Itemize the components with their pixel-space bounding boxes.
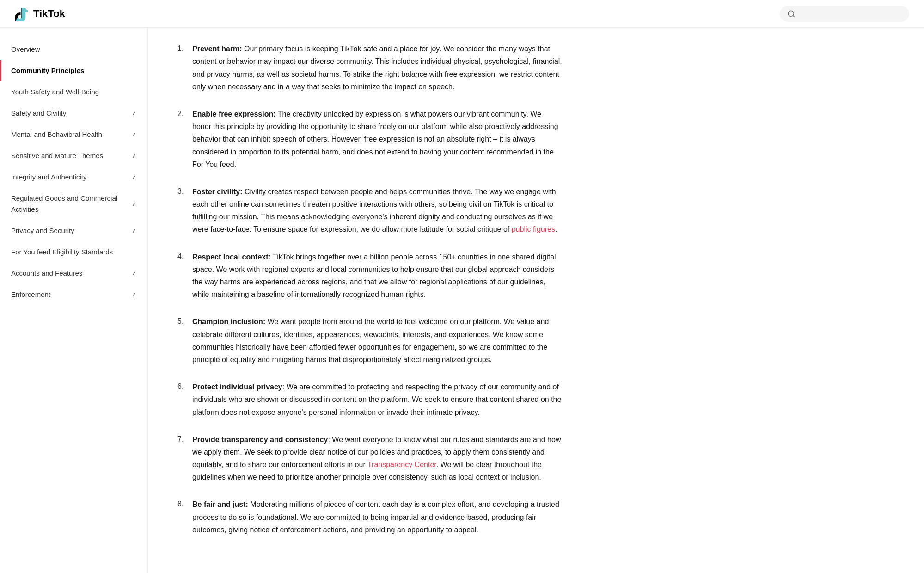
list-item: 4.Respect local context: TikTok brings t…	[177, 251, 562, 301]
sidebar-item-enforcement[interactable]: Enforcement∧	[0, 284, 147, 305]
item-body: Foster civility: Civility creates respec…	[192, 185, 562, 236]
list-item: 7.Provide transparency and consistency: …	[177, 433, 562, 484]
item-number: 3.	[177, 185, 187, 236]
list-item: 8.Be fair and just: Moderating millions …	[177, 498, 562, 536]
chevron-up-icon: ∧	[132, 227, 136, 235]
sidebar-item-mental-health[interactable]: Mental and Behavioral Health∧	[0, 124, 147, 145]
list-item: 6.Protect individual privacy: We are com…	[177, 381, 562, 419]
item-body: Protect individual privacy: We are commi…	[192, 381, 562, 419]
item-body: Provide transparency and consistency: We…	[192, 433, 562, 484]
sidebar-item-community-principles[interactable]: Community Principles	[0, 60, 147, 81]
chevron-up-icon: ∧	[132, 109, 136, 118]
item-bold-prefix: Be fair and just:	[192, 500, 248, 508]
sidebar-item-for-you-feed[interactable]: For You feed Eligibility Standards	[0, 241, 147, 263]
item-body: Be fair and just: Moderating millions of…	[192, 498, 562, 536]
page-layout: OverviewCommunity PrinciplesYouth Safety…	[0, 28, 924, 573]
sidebar-item-label: Accounts and Features	[11, 268, 82, 279]
item-number: 7.	[177, 433, 187, 484]
svg-line-1	[793, 15, 794, 17]
chevron-up-icon: ∧	[132, 200, 136, 209]
sidebar-item-label: Privacy and Security	[11, 225, 74, 236]
item-link[interactable]: public figures	[512, 225, 555, 233]
item-body: Prevent harm: Our primary focus is keepi…	[192, 43, 562, 93]
logo[interactable]: TikTok	[15, 6, 65, 22]
item-number: 2.	[177, 108, 187, 171]
item-body: Champion inclusion: We want people from …	[192, 315, 562, 366]
item-bold-prefix: Foster civility:	[192, 188, 242, 196]
sidebar-item-regulated-goods[interactable]: Regulated Goods and Commercial Activitie…	[0, 188, 147, 220]
sidebar-item-label: Safety and Civility	[11, 108, 66, 119]
sidebar-item-integrity[interactable]: Integrity and Authenticity∧	[0, 166, 147, 188]
logo-text: TikTok	[33, 6, 65, 22]
search-input[interactable]	[799, 10, 902, 18]
item-number: 4.	[177, 251, 187, 301]
sidebar-item-label: Overview	[11, 44, 40, 55]
item-body: Enable free expression: The creativity u…	[192, 108, 562, 171]
item-link[interactable]: Transparency Center	[367, 461, 436, 468]
sidebar-item-label: Sensitive and Mature Themes	[11, 150, 103, 161]
sidebar-item-label: Enforcement	[11, 289, 50, 300]
sidebar: OverviewCommunity PrinciplesYouth Safety…	[0, 28, 148, 573]
list-item: 5.Champion inclusion: We want people fro…	[177, 315, 562, 366]
list-item: 3.Foster civility: Civility creates resp…	[177, 185, 562, 236]
tiktok-logo-icon	[15, 6, 30, 21]
item-bold-prefix: Enable free expression:	[192, 110, 276, 118]
chevron-up-icon: ∧	[132, 152, 136, 160]
item-number: 5.	[177, 315, 187, 366]
item-bold-prefix: Provide transparency and consistency	[192, 436, 328, 444]
list-item: 1.Prevent harm: Our primary focus is kee…	[177, 43, 562, 93]
header: TikTok	[0, 0, 924, 28]
sidebar-item-safety-civility[interactable]: Safety and Civility∧	[0, 103, 147, 124]
chevron-up-icon: ∧	[132, 290, 136, 299]
sidebar-item-label: For You feed Eligibility Standards	[11, 246, 113, 258]
sidebar-item-sensitive-themes[interactable]: Sensitive and Mature Themes∧	[0, 145, 147, 166]
sidebar-item-label: Youth Safety and Well-Being	[11, 86, 99, 98]
chevron-up-icon: ∧	[132, 130, 136, 139]
sidebar-item-privacy-security[interactable]: Privacy and Security∧	[0, 220, 147, 241]
sidebar-item-label: Mental and Behavioral Health	[11, 129, 102, 140]
chevron-up-icon: ∧	[132, 173, 136, 182]
svg-point-0	[788, 11, 794, 16]
item-bold-prefix: Protect individual privacy	[192, 383, 282, 391]
sidebar-item-label: Integrity and Authenticity	[11, 172, 86, 183]
chevron-up-icon: ∧	[132, 269, 136, 278]
item-body: Respect local context: TikTok brings tog…	[192, 251, 562, 301]
search-bar[interactable]	[780, 6, 909, 22]
item-bold-prefix: Champion inclusion:	[192, 318, 265, 326]
list-item: 2.Enable free expression: The creativity…	[177, 108, 562, 171]
item-number: 6.	[177, 381, 187, 419]
sidebar-item-youth-safety[interactable]: Youth Safety and Well-Being	[0, 81, 147, 103]
item-number: 1.	[177, 43, 187, 93]
sidebar-item-overview[interactable]: Overview	[0, 39, 147, 60]
item-bold-prefix: Prevent harm:	[192, 45, 242, 53]
sidebar-item-accounts-features[interactable]: Accounts and Features∧	[0, 263, 147, 284]
search-icon	[787, 10, 795, 18]
principles-list: 1.Prevent harm: Our primary focus is kee…	[177, 43, 562, 536]
sidebar-item-label: Community Principles	[11, 65, 84, 76]
item-number: 8.	[177, 498, 187, 536]
sidebar-item-label: Regulated Goods and Commercial Activitie…	[11, 193, 132, 215]
item-bold-prefix: Respect local context:	[192, 253, 271, 261]
main-content: 1.Prevent harm: Our primary focus is kee…	[148, 28, 592, 573]
